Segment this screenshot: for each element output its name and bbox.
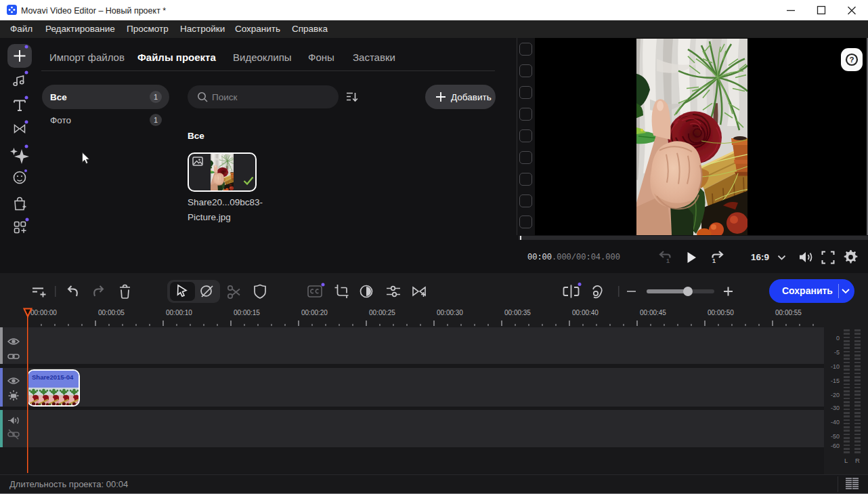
svg-text:1: 1 bbox=[666, 258, 670, 264]
svg-text:?: ? bbox=[849, 56, 854, 64]
svg-text:1: 1 bbox=[712, 258, 716, 264]
